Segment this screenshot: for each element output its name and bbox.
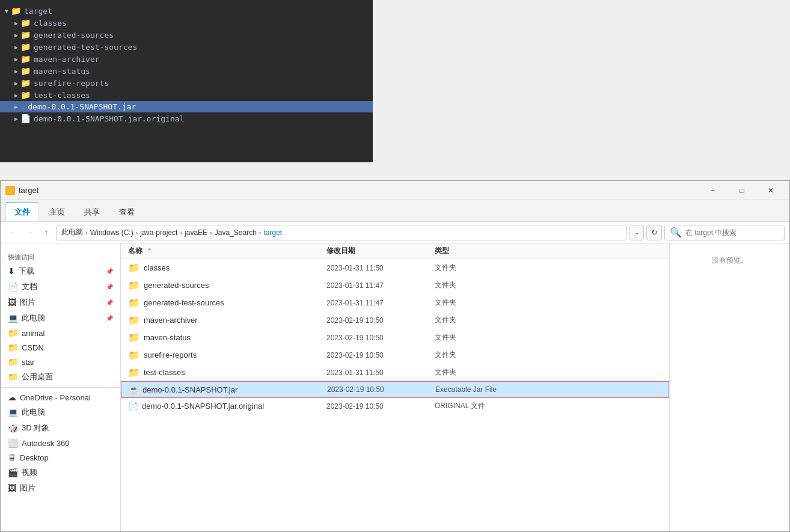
- sidebar-item-公用桌面[interactable]: 📁公用桌面: [1, 369, 120, 385]
- file-name: surefire-reports: [144, 350, 197, 359]
- folder-icon: 📁: [128, 367, 140, 378]
- breadcrumb-item[interactable]: target: [263, 228, 282, 237]
- breadcrumb-item[interactable]: 此电脑: [61, 227, 83, 237]
- ide-tree-item[interactable]: ▶📁maven-archiver: [0, 53, 373, 65]
- breadcrumb-item[interactable]: javaEE: [185, 228, 207, 237]
- item-label: demo-0.0.1-SNAPSHOT.jar.original: [34, 114, 184, 123]
- address-box[interactable]: 此电脑›Windows (C:)›java-project›javaEE›Jav…: [56, 225, 627, 240]
- sidebar-item-视频[interactable]: 🎬视频: [1, 465, 120, 480]
- file-name: generated-sources: [144, 281, 209, 290]
- expand-arrow: ▶: [14, 80, 18, 87]
- expand-arrow: ▶: [14, 20, 18, 26]
- ide-tree-item[interactable]: ▶📁test-classes: [0, 89, 373, 101]
- sidebar-item-此电脑[interactable]: 💻此电脑📌: [1, 310, 120, 326]
- sidebar-item-icon: 🖼: [8, 298, 16, 307]
- main-area: 快速访问⬇下载📌📄文档📌🖼图片📌💻此电脑📌📁animal📁CSDN📁star📁公…: [1, 243, 789, 531]
- breadcrumb-item[interactable]: Java_Search: [215, 228, 257, 237]
- back-button[interactable]: ←: [5, 225, 20, 240]
- file-row[interactable]: 📄demo-0.0.1-SNAPSHOT.jar.original2023-02…: [121, 398, 669, 414]
- search-input[interactable]: [685, 228, 779, 237]
- refresh-button[interactable]: ↻: [646, 225, 662, 240]
- file-row[interactable]: 📁surefire-reports2023-02-19 10:50文件夹: [121, 346, 669, 364]
- preview-panel: 没有预览。: [669, 243, 789, 531]
- up-button[interactable]: ↑: [39, 225, 54, 240]
- sidebar-item-OneDrive - Personal[interactable]: ☁OneDrive - Personal: [1, 390, 120, 405]
- breadcrumb-item[interactable]: Windows (C:): [90, 228, 133, 237]
- search-box[interactable]: 🔍: [664, 225, 785, 240]
- jar-icon: ☕: [129, 385, 139, 394]
- forward-button[interactable]: →: [22, 225, 37, 240]
- ribbon-tab-共享[interactable]: 共享: [75, 203, 109, 221]
- ide-tree-item[interactable]: ▶📄demo-0.0.1-SNAPSHOT.jar.original: [0, 112, 373, 124]
- breadcrumb-item[interactable]: java-project: [140, 228, 177, 237]
- sidebar-item-icon: 🖼: [8, 483, 16, 493]
- sidebar-item-label: 下载: [19, 266, 102, 277]
- expand-arrow: ▶: [14, 56, 18, 63]
- expand-arrow: ▶: [14, 32, 18, 38]
- ide-tree-item[interactable]: ▶📁generated-sources: [0, 29, 373, 41]
- ribbon-tab-文件[interactable]: 文件: [5, 203, 39, 221]
- expand-arrow: ▶: [14, 103, 18, 110]
- ide-tree-item[interactable]: ▶📁maven-status: [0, 65, 373, 77]
- sidebar-item-star[interactable]: 📁star: [1, 355, 120, 369]
- address-bar-row: ← → ↑ 此电脑›Windows (C:)›java-project›java…: [1, 222, 789, 243]
- file-row[interactable]: 📁generated-sources2023-01-31 11:47文件夹: [121, 277, 669, 294]
- close-button[interactable]: ✕: [757, 183, 785, 198]
- sidebar-item-label: 3D 对象: [22, 423, 49, 433]
- title-bar: target － □ ✕: [1, 181, 789, 200]
- file-row[interactable]: 📁test-classes2023-01-31 11:50文件夹: [121, 364, 669, 381]
- ide-tree-item[interactable]: ▶📁classes: [0, 17, 373, 29]
- folder-icon: 📁: [20, 90, 31, 100]
- item-label: maven-archiver: [34, 55, 100, 64]
- minimize-button[interactable]: －: [699, 183, 727, 198]
- sidebar-quick-access-header: 快速访问: [1, 248, 120, 263]
- sidebar-item-icon: 📁: [8, 328, 18, 338]
- sidebar-item-Desktop[interactable]: 🖥Desktop: [1, 450, 120, 465]
- window-controls: － □ ✕: [699, 183, 785, 198]
- col-date-header: 修改日期: [326, 246, 435, 256]
- col-type-header: 类型: [435, 246, 662, 256]
- sidebar-item-icon: 📁: [8, 372, 18, 382]
- gap-area: [0, 162, 790, 180]
- file-name: demo-0.0.1-SNAPSHOT.jar: [142, 385, 237, 394]
- ribbon-tab-主页[interactable]: 主页: [40, 203, 74, 221]
- sidebar-item-Autodesk 360[interactable]: ⬜Autodesk 360: [1, 436, 120, 450]
- sidebar-item-图片[interactable]: 🖼图片: [1, 480, 120, 496]
- sidebar-item-icon: 📄: [8, 282, 18, 292]
- breadcrumb-separator: ›: [210, 229, 212, 236]
- sidebar-item-图片[interactable]: 🖼图片📌: [1, 295, 120, 310]
- file-row[interactable]: 📁classes2023-01-31 11:50文件夹: [121, 259, 669, 277]
- file-row[interactable]: 📁maven-status2023-02-19 10:50文件夹: [121, 329, 669, 346]
- ide-tree-item[interactable]: ▶📁surefire-reports: [0, 77, 373, 89]
- window-title: target: [19, 186, 699, 195]
- sidebar-item-animal[interactable]: 📁animal: [1, 326, 120, 340]
- file-row[interactable]: 📁generated-test-sources2023-01-31 11:47文…: [121, 294, 669, 311]
- file-name-col: 📁generated-sources: [128, 280, 326, 291]
- title-folder-icon: [5, 186, 15, 195]
- breadcrumb-separator: ›: [136, 229, 138, 236]
- expand-arrow: ▶: [14, 68, 18, 75]
- file-type: 文件夹: [435, 332, 662, 343]
- sidebar-item-下载[interactable]: ⬇下载📌: [1, 263, 120, 279]
- sidebar-item-label: 视频: [22, 467, 37, 478]
- ide-tree-item[interactable]: ▼📁target: [0, 5, 373, 17]
- sidebar-item-文档[interactable]: 📄文档📌: [1, 279, 120, 295]
- sort-arrow: ⌃: [147, 248, 152, 254]
- maximize-button[interactable]: □: [728, 183, 756, 198]
- ribbon-tab-查看[interactable]: 查看: [110, 203, 144, 221]
- ide-tree-item[interactable]: ▶📁generated-test-sources: [0, 41, 373, 53]
- breadcrumb-separator: ›: [180, 229, 182, 236]
- sidebar-item-此电脑[interactable]: 💻此电脑: [1, 405, 120, 420]
- folder-icon: 📁: [128, 314, 140, 326]
- address-dropdown[interactable]: ⌄: [629, 225, 644, 240]
- ide-panel: ▼📁target▶📁classes▶📁generated-sources▶📁ge…: [0, 0, 373, 162]
- sidebar-item-label: 图片: [20, 297, 102, 308]
- sidebar-item-CSDN[interactable]: 📁CSDN: [1, 340, 120, 355]
- ide-tree-item[interactable]: ▶☕demo-0.0.1-SNAPSHOT.jar: [0, 101, 373, 112]
- sidebar-item-label: 此电脑: [22, 313, 102, 323]
- file-row[interactable]: 📁maven-archiver2023-02-19 10:50文件夹: [121, 311, 669, 329]
- sidebar-item-3D 对象[interactable]: 🎲3D 对象: [1, 420, 120, 436]
- pin-icon: 📌: [106, 284, 113, 290]
- file-row[interactable]: ☕demo-0.0.1-SNAPSHOT.jar2023-02-19 10:50…: [121, 381, 669, 398]
- sidebar-item-label: OneDrive - Personal: [20, 393, 91, 402]
